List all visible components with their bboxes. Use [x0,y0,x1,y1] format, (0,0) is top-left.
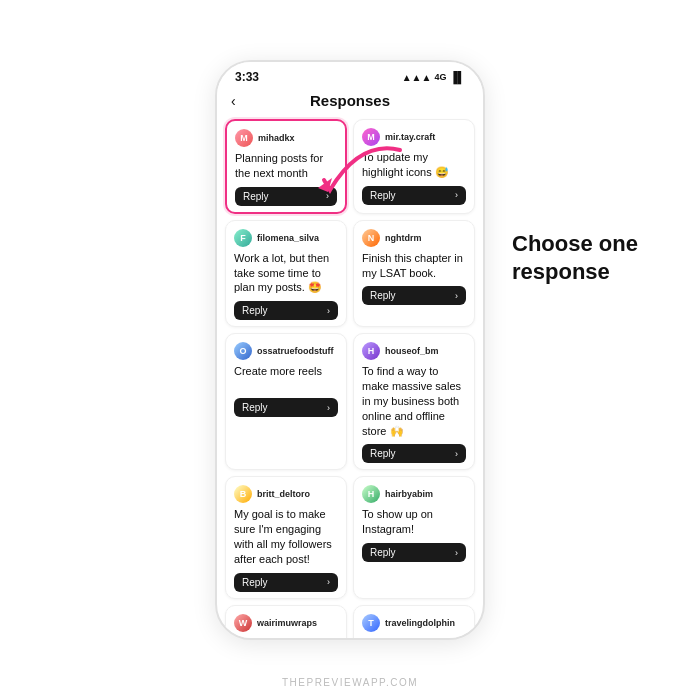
reply-button-8[interactable]: Reply › [362,543,466,562]
username-8: hairbyabim [385,489,433,499]
response-card-6[interactable]: H houseof_bm To find a way to make massi… [353,333,475,470]
username-9: wairimuwraps [257,618,317,628]
page-wrapper: 3:33 ▲▲▲ 4G ▐▌ ‹ Responses M mihadkx Pla… [0,0,700,700]
reply-label-5: Reply [242,402,268,413]
username-1: mihadkx [258,133,295,143]
page-title: Responses [310,92,390,109]
card-user-4: N nghtdrm [362,229,466,247]
card-user-7: B britt_deltoro [234,485,338,503]
chevron-right-icon-8: › [455,548,458,558]
card-user-9: W wairimuwraps [234,614,338,632]
app-header: ‹ Responses [217,88,483,115]
avatar-1: M [235,129,253,147]
card-text-9: To make my 3 posts per week. I'm making [234,636,338,638]
response-card-4[interactable]: N nghtdrm Finish this chapter in my LSAT… [353,220,475,328]
avatar-9: W [234,614,252,632]
status-bar: 3:33 ▲▲▲ 4G ▐▌ [217,62,483,88]
chevron-right-icon-7: › [327,577,330,587]
arrow-annotation [310,130,420,220]
username-3: filomena_silva [257,233,319,243]
network-icon: 4G [434,72,446,82]
reply-label-3: Reply [242,305,268,316]
card-user-6: H houseof_bm [362,342,466,360]
chevron-right-icon-5: › [327,403,330,413]
card-text-4: Finish this chapter in my LSAT book. [362,251,466,281]
reply-button-6[interactable]: Reply › [362,444,466,463]
watermark: THEPREVIEWAPP.COM [282,677,418,688]
back-arrow[interactable]: ‹ [231,93,236,109]
reply-button-5[interactable]: Reply › [234,398,338,417]
reply-label-8: Reply [370,547,396,558]
card-user-8: H hairbyabim [362,485,466,503]
avatar-7: B [234,485,252,503]
card-text-7: My goal is to make sure I'm engaging wit… [234,507,338,566]
chevron-right-icon-4: › [455,291,458,301]
reply-label-6: Reply [370,448,396,459]
avatar-8: H [362,485,380,503]
card-user-10: T travelingdolphin [362,614,466,632]
username-6: houseof_bm [385,346,439,356]
username-4: nghtdrm [385,233,422,243]
response-card-9[interactable]: W wairimuwraps To make my 3 posts per we… [225,605,347,638]
username-5: ossatruefoodstuff [257,346,334,356]
reply-label-7: Reply [242,577,268,588]
card-text-6: To find a way to make massive sales in m… [362,364,466,438]
reply-button-3[interactable]: Reply › [234,301,338,320]
avatar-4: N [362,229,380,247]
response-card-10[interactable]: T travelingdolphin Staying mentally Repl… [353,605,475,638]
battery-icon: ▐▌ [449,71,465,83]
card-text-5: Create more reels [234,364,338,392]
avatar-6: H [362,342,380,360]
response-card-5[interactable]: O ossatruefoodstuff Create more reels Re… [225,333,347,470]
card-text-10: Staying mentally [362,636,466,638]
status-icons: ▲▲▲ 4G ▐▌ [402,71,465,83]
chevron-right-icon-3: › [327,306,330,316]
avatar-10: T [362,614,380,632]
reply-label-1: Reply [243,191,269,202]
avatar-5: O [234,342,252,360]
reply-button-4[interactable]: Reply › [362,286,466,305]
username-7: britt_deltoro [257,489,310,499]
card-text-8: To show up on Instagram! [362,507,466,537]
response-card-8[interactable]: H hairbyabim To show up on Instagram! Re… [353,476,475,598]
card-user-5: O ossatruefoodstuff [234,342,338,360]
reply-button-7[interactable]: Reply › [234,573,338,592]
chevron-right-icon-6: › [455,449,458,459]
response-card-3[interactable]: F filomena_silva Work a lot, but then ta… [225,220,347,328]
reply-label-4: Reply [370,290,396,301]
card-user-3: F filomena_silva [234,229,338,247]
response-card-7[interactable]: B britt_deltoro My goal is to make sure … [225,476,347,598]
status-time: 3:33 [235,70,259,84]
avatar-3: F [234,229,252,247]
card-text-3: Work a lot, but then take some time to p… [234,251,338,296]
chevron-right-icon-2: › [455,190,458,200]
username-10: travelingdolphin [385,618,455,628]
choose-response-label: Choose one response [512,230,672,285]
signal-icon: ▲▲▲ [402,72,432,83]
